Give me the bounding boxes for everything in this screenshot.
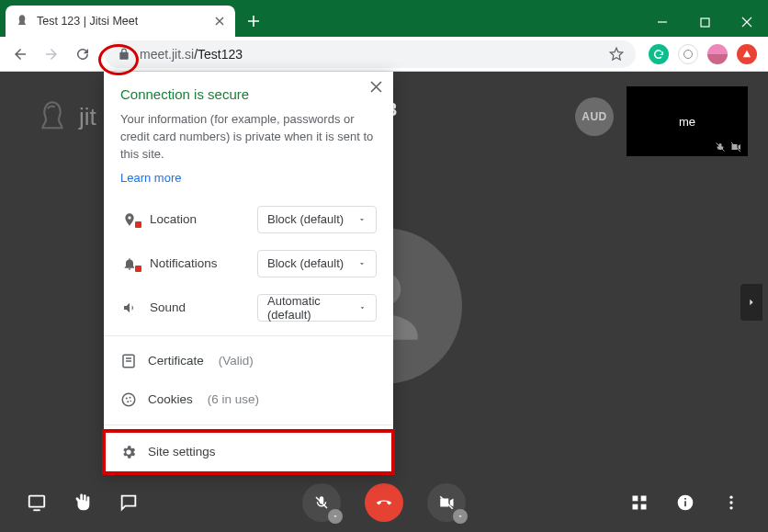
chat-button[interactable]	[118, 492, 140, 514]
tab-title: Test 123 | Jitsi Meet	[37, 15, 206, 28]
svg-point-20	[130, 400, 131, 402]
self-label: me	[679, 115, 695, 129]
tile-view-button[interactable]	[628, 492, 650, 514]
extension-generic-icon[interactable]	[678, 44, 698, 64]
close-window-button[interactable]	[726, 7, 768, 37]
chevron-down-icon	[358, 303, 367, 312]
bell-icon	[120, 256, 139, 271]
camera-options-chevron[interactable]	[453, 509, 468, 524]
back-button[interactable]	[6, 40, 35, 69]
svg-rect-9	[684, 498, 686, 500]
cam-off-icon	[438, 494, 455, 511]
forward-button[interactable]	[37, 40, 66, 69]
jitsi-logo: jit	[33, 97, 96, 136]
site-settings-label: Site settings	[148, 445, 216, 458]
permission-label: Location	[150, 212, 246, 226]
chevron-right-icon	[747, 296, 756, 309]
svg-rect-8	[684, 501, 686, 506]
site-settings-link[interactable]: Site settings	[104, 431, 393, 473]
site-info-popup: Connection is secure Your information (f…	[104, 72, 393, 473]
profile-avatar-button[interactable]	[707, 44, 728, 64]
address-bar[interactable]: meet.jit.si/Test123	[105, 40, 636, 68]
participant-aud-tile[interactable]: AUD	[575, 97, 614, 136]
minimize-button[interactable]	[641, 7, 683, 37]
blocked-badge-icon	[134, 221, 142, 229]
cookies-status: (6 in use)	[208, 392, 259, 406]
mic-options-chevron[interactable]	[328, 509, 343, 524]
gear-icon	[120, 444, 137, 460]
mic-toggle-button[interactable]	[302, 483, 341, 522]
certificate-icon	[120, 353, 137, 369]
jitsi-favicon	[15, 14, 29, 28]
permission-location-select[interactable]: Block (default)	[257, 206, 377, 233]
permission-row-sound: Sound Automatic (default)	[104, 286, 393, 330]
svg-point-19	[127, 401, 129, 402]
window-controls	[641, 7, 768, 37]
mic-off-icon	[313, 494, 330, 511]
info-button[interactable]	[674, 492, 696, 514]
cookies-link[interactable]: Cookies (6 in use)	[104, 380, 393, 419]
svg-point-1	[684, 50, 693, 58]
certificate-status: (Valid)	[219, 354, 254, 368]
svg-point-18	[130, 396, 131, 398]
svg-rect-14	[126, 357, 131, 359]
svg-rect-3	[633, 496, 638, 502]
cam-muted-icon	[729, 141, 742, 153]
tab-close-button[interactable]	[213, 15, 226, 28]
permission-sound-select[interactable]: Automatic (default)	[257, 294, 377, 322]
permission-row-notifications: Notifications Block (default)	[104, 242, 393, 286]
chevron-down-icon	[357, 215, 367, 224]
svg-point-17	[126, 397, 128, 399]
blocked-badge-icon	[134, 265, 142, 273]
self-muted-indicators	[715, 141, 742, 153]
screen-share-button[interactable]	[26, 492, 48, 514]
more-options-button[interactable]	[720, 492, 742, 514]
close-icon	[370, 81, 382, 93]
popup-title: Connection is secure	[120, 86, 377, 102]
cookie-icon	[120, 391, 137, 408]
reload-button[interactable]	[68, 40, 97, 69]
svg-point-12	[729, 506, 732, 509]
camera-toggle-button[interactable]	[427, 483, 466, 522]
browser-tab[interactable]: Test 123 | Jitsi Meet	[6, 6, 235, 37]
chevron-down-icon	[357, 259, 367, 268]
learn-more-link[interactable]: Learn more	[120, 171, 181, 185]
meeting-controls	[0, 473, 768, 532]
certificate-link[interactable]: Certificate (Valid)	[104, 342, 393, 380]
svg-rect-15	[126, 360, 131, 362]
hangup-button[interactable]	[365, 483, 403, 522]
participant-self-tile[interactable]: me	[627, 86, 748, 156]
bookmark-star-button[interactable]	[608, 46, 625, 62]
svg-rect-0	[701, 18, 709, 27]
sound-icon	[120, 300, 139, 315]
url-text: meet.jit.si/Test123	[140, 47, 243, 62]
svg-point-11	[729, 501, 732, 504]
mic-muted-icon	[715, 141, 726, 153]
jitsi-logo-text: jit	[79, 103, 96, 131]
extension-grammarly-icon[interactable]	[649, 44, 669, 64]
svg-point-10	[729, 496, 732, 499]
extension-red-icon[interactable]	[737, 44, 757, 64]
permission-label: Notifications	[150, 256, 246, 270]
svg-rect-5	[633, 504, 638, 510]
location-icon	[120, 212, 139, 227]
svg-rect-2	[29, 496, 45, 507]
site-info-button[interactable]	[116, 46, 132, 62]
window-titlebar: Test 123 | Jitsi Meet	[0, 0, 768, 37]
permission-row-location: Location Block (default)	[104, 198, 393, 242]
filmstrip-toggle-button[interactable]	[740, 284, 762, 321]
popup-close-button[interactable]	[370, 81, 382, 93]
svg-rect-6	[641, 504, 647, 510]
cookies-label: Cookies	[148, 392, 193, 406]
browser-toolbar: meet.jit.si/Test123	[0, 37, 768, 72]
svg-point-16	[122, 393, 135, 406]
new-tab-button[interactable]	[241, 8, 266, 34]
extensions-row	[643, 44, 762, 64]
phone-hangup-icon	[375, 493, 393, 512]
lock-icon	[118, 48, 130, 61]
popup-description: Your information (for example, passwords…	[120, 111, 377, 164]
permission-notifications-select[interactable]: Block (default)	[257, 250, 377, 277]
maximize-button[interactable]	[683, 7, 726, 37]
raise-hand-button[interactable]	[72, 492, 94, 514]
permission-label: Sound	[150, 300, 246, 314]
